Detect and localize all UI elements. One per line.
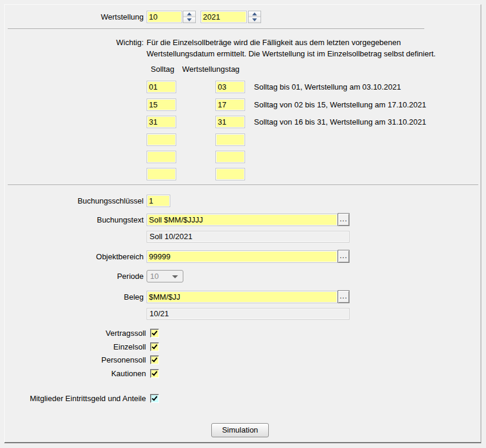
row2-note: Solltag von 02 bis 15, Wertstellung am 1…	[254, 99, 426, 111]
personensoll-label: Personensoll	[5, 354, 146, 366]
check-icon	[152, 343, 158, 349]
objektbereich-browse-button[interactable]: ...	[338, 250, 350, 263]
month-spin-down-button[interactable]	[183, 17, 195, 23]
check-icon	[152, 329, 158, 335]
buchungstext-preview: Soll 10/2021	[147, 231, 350, 243]
wertstellung-year-input[interactable]	[201, 11, 247, 23]
row1-note: Solltag bis 01, Wertstellung am 03.10.20…	[254, 81, 401, 93]
check-icon	[152, 395, 158, 401]
simulation-button[interactable]: Simulation	[211, 423, 269, 437]
form-panel: Wertstellung Wichtig: Für die Einzelsoll…	[4, 4, 481, 443]
periode-label: Periode	[5, 270, 144, 282]
chevron-down-icon	[172, 275, 178, 278]
wichtig-text-line2: Wertstellungsdatum ermittelt. Die Wertst…	[147, 48, 436, 59]
application-window: Wertstellung Wichtig: Für die Einzelsoll…	[0, 0, 486, 448]
solltag-input-row5[interactable]	[147, 151, 176, 163]
periode-dropdown[interactable]: 10	[147, 270, 183, 282]
kautionen-label: Kautionen	[5, 367, 146, 380]
wertstellung-year-spinner	[248, 11, 261, 23]
triangle-down-icon	[187, 18, 192, 21]
buchungsschluessel-label: Buchungsschlüssel	[5, 195, 144, 207]
wertstellungstag-input-row4[interactable]	[215, 134, 245, 146]
objektbereich-label: Objektbereich	[5, 250, 144, 263]
buchungstext-browse-button[interactable]: ...	[338, 213, 350, 226]
wertstellungstag-input-row3[interactable]	[215, 116, 245, 128]
check-icon	[152, 356, 158, 362]
beleg-input[interactable]	[147, 291, 338, 303]
wichtig-label: Wichtig:	[5, 37, 144, 48]
buchungstext-label: Buchungstext	[5, 214, 144, 226]
beleg-browse-button[interactable]: ...	[338, 290, 350, 303]
wertstellungstag-input-row6[interactable]	[215, 168, 245, 180]
check-icon	[152, 370, 158, 376]
buchungstext-input[interactable]	[147, 214, 338, 226]
triangle-down-icon	[252, 18, 257, 21]
einzelsoll-checkbox[interactable]	[150, 342, 159, 351]
personensoll-checkbox[interactable]	[150, 355, 159, 364]
triangle-up-icon	[252, 12, 257, 15]
wertstellungstag-input-row5[interactable]	[215, 151, 245, 163]
wertstellung-label: Wertstellung	[5, 11, 144, 23]
solltag-input-row2[interactable]	[147, 99, 176, 111]
solltag-column-header: Solltag	[151, 65, 174, 74]
wertstellungstag-input-row2[interactable]	[215, 99, 245, 111]
month-spin-up-button[interactable]	[183, 11, 195, 17]
mitglieder-checkbox[interactable]	[150, 394, 159, 403]
wertstellungstag-input-row1[interactable]	[215, 81, 245, 93]
solltag-input-row3[interactable]	[147, 116, 176, 128]
separator-middle	[8, 185, 478, 186]
objektbereich-input[interactable]	[147, 250, 338, 263]
separator-top	[8, 28, 424, 30]
solltag-input-row4[interactable]	[147, 134, 176, 146]
einzelsoll-label: Einzelsoll	[5, 341, 146, 353]
beleg-preview: 10/21	[147, 308, 350, 320]
vertragssoll-checkbox[interactable]	[150, 329, 159, 338]
periode-value: 10	[150, 272, 158, 281]
mitglieder-label: Mitglieder Eintrittsgeld und Anteile	[5, 392, 146, 405]
wertstellung-month-spinner	[183, 11, 196, 23]
vertragssoll-label: Vertragssoll	[5, 327, 146, 339]
year-spin-up-button[interactable]	[249, 11, 261, 17]
row3-note: Solltag von 16 bis 31, Wertstellung am 3…	[254, 116, 426, 128]
beleg-label: Beleg	[5, 291, 144, 303]
solltag-input-row6[interactable]	[147, 168, 176, 180]
year-spin-down-button[interactable]	[249, 17, 261, 23]
kautionen-checkbox[interactable]	[150, 369, 159, 378]
wichtig-text-line1: Für die Einzelsollbeträge wird die Fälli…	[147, 37, 401, 48]
buchungsschluessel-input[interactable]	[147, 195, 170, 207]
solltag-input-row1[interactable]	[147, 81, 176, 93]
wertstellungstag-column-header: Wertstellungstag	[182, 65, 240, 74]
triangle-up-icon	[187, 12, 192, 15]
wertstellung-month-input[interactable]	[147, 11, 182, 23]
